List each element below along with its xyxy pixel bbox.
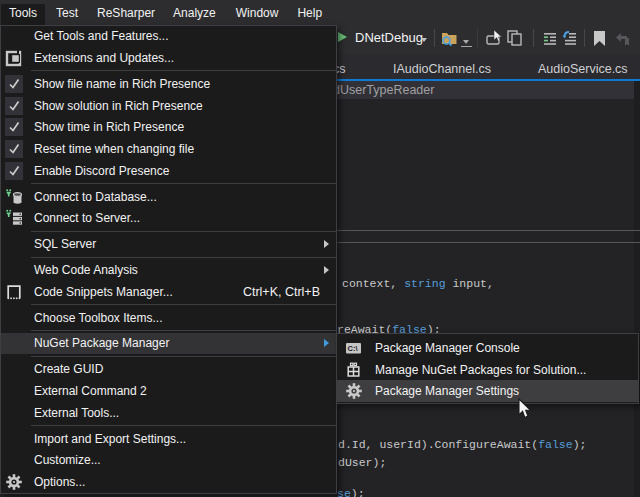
svg-text:C:\: C:\ <box>348 344 359 353</box>
